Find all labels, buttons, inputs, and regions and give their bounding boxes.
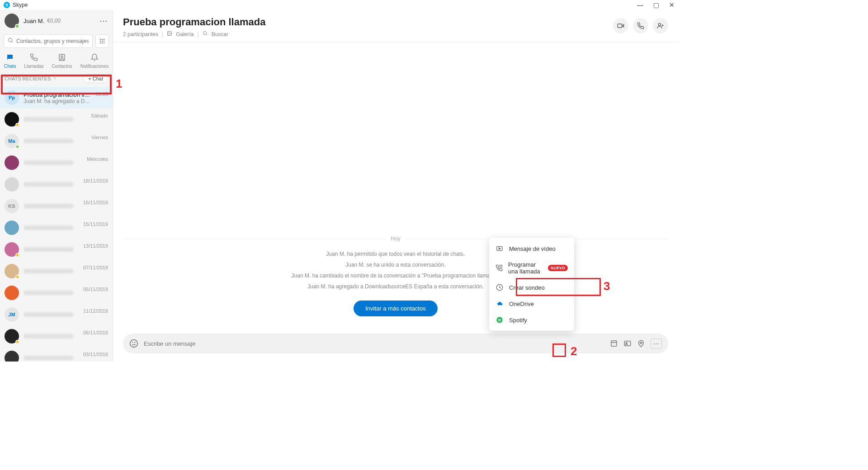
avatar (5, 242, 19, 257)
menu-item-onedrive[interactable]: OneDrive (489, 296, 574, 312)
menu-item-video-msg[interactable]: Mensaje de vídeo (489, 240, 574, 257)
close-icon[interactable]: ✕ (669, 1, 675, 9)
chat-item-time: 07/11/2019 (83, 265, 108, 270)
profile-row[interactable]: Juan M. €0,00 ⋯ (0, 10, 113, 32)
poll-icon (495, 284, 504, 291)
chat-item[interactable]: 13/11/2019 (0, 239, 113, 260)
dialpad-button[interactable] (95, 34, 109, 48)
svg-marker-30 (499, 248, 500, 249)
section-header[interactable]: CHATS RECIENTES (5, 76, 51, 81)
search-icon (8, 38, 14, 45)
message-input[interactable] (144, 340, 604, 347)
new-chat-button[interactable]: + Chat (83, 74, 108, 83)
tab-label: Chats (4, 64, 16, 69)
chat-item[interactable]: 03/11/2018 (0, 347, 113, 362)
chat-item[interactable]: 18/11/2019 (0, 174, 113, 195)
video-msg-icon (495, 245, 504, 252)
chat-item-time: 11/12/2018 (83, 308, 108, 314)
menu-item-spotify[interactable]: Spotify (489, 312, 574, 328)
location-icon[interactable] (637, 339, 645, 348)
chat-list: Pp Prueba programacion llamadaJuan M. ha… (0, 87, 113, 362)
chat-item[interactable]: 07/11/2019 (0, 260, 113, 282)
search-link[interactable]: Buscar (212, 31, 228, 38)
chevron-down-icon[interactable] (52, 76, 57, 81)
avatar: JM (5, 307, 19, 322)
more-icon[interactable]: ⋯ (99, 16, 108, 26)
conversation-area: Hoy Juan M. ha permitido que todos vean … (113, 42, 678, 329)
phone-icon (30, 53, 38, 62)
svg-point-27 (626, 343, 627, 344)
chat-icon (6, 53, 14, 62)
contact-card-icon[interactable] (623, 339, 632, 348)
participants-link[interactable]: 2 participantes (123, 31, 158, 38)
chat-item-time: 11:05 (95, 91, 108, 97)
avatar (5, 112, 19, 127)
date-separator: Hoy (385, 235, 406, 242)
svg-point-5 (100, 41, 101, 42)
audio-call-button[interactable] (633, 18, 648, 33)
chat-item-time: 15/11/2019 (83, 200, 108, 205)
annotation-3: 3 (604, 279, 610, 293)
chat-item-preview: Juan M. ha agregado a Downloa... (24, 98, 91, 104)
svg-point-10 (104, 42, 104, 43)
avatar: KS (5, 199, 19, 213)
svg-point-19 (658, 24, 660, 26)
gallery-link[interactable]: Galería (176, 31, 193, 38)
menu-item-schedule-call[interactable]: Programar una llamadaNUEVO (489, 257, 574, 279)
gallery-icon (167, 31, 172, 38)
tab-contactos[interactable]: Contactos (52, 53, 72, 69)
svg-point-22 (130, 340, 138, 348)
svg-line-16 (206, 34, 207, 36)
maximize-icon[interactable]: ▢ (653, 1, 659, 9)
new-badge: NUEVO (548, 265, 568, 271)
chat-item[interactable]: 05/11/2019 (0, 282, 113, 304)
tab-chats[interactable]: Chats (4, 53, 16, 69)
system-message: Juan M. se ha unido a esta conversación. (123, 262, 668, 268)
tab-llamadas[interactable]: Llamadas (24, 53, 43, 69)
more-attach-icon[interactable]: ⋯ (651, 338, 662, 349)
chat-item[interactable]: Miércoles (0, 152, 113, 174)
search-box[interactable] (4, 34, 93, 48)
chat-item[interactable]: Sábado (0, 108, 113, 130)
annotation-1: 1 (116, 77, 122, 91)
tab-label: Notificaciones (80, 64, 108, 69)
search-input[interactable] (16, 38, 89, 44)
chat-item[interactable]: JM 11/12/2018 (0, 304, 113, 325)
chat-item[interactable]: 15/11/2019 (0, 217, 113, 239)
attach-menu: Mensaje de vídeoProgramar una llamadaNUE… (489, 238, 574, 331)
svg-point-2 (100, 39, 101, 40)
svg-point-23 (132, 342, 133, 343)
svg-point-28 (640, 342, 642, 344)
spotify-icon (495, 316, 504, 324)
profile-credit: €0,00 (47, 18, 61, 24)
chat-item[interactable]: 06/11/2018 (0, 325, 113, 347)
chat-item[interactable]: KS 15/11/2019 (0, 195, 113, 217)
search-icon (203, 31, 208, 38)
emoji-icon[interactable] (129, 339, 138, 348)
video-call-button[interactable] (613, 18, 628, 33)
svg-point-9 (102, 42, 103, 43)
invite-contacts-button[interactable]: Invitar a más contactos (354, 301, 438, 316)
menu-item-label: Programar una llamada (508, 261, 542, 275)
svg-point-31 (500, 265, 502, 267)
avatar (5, 14, 19, 28)
annotation-2: 2 (571, 344, 577, 358)
avatar (5, 177, 19, 192)
add-participant-button[interactable] (653, 18, 668, 33)
menu-item-label: Crear sondeo (509, 284, 545, 291)
chat-item-time: 06/11/2018 (83, 330, 108, 335)
chat-item-time: 03/11/2018 (83, 352, 108, 357)
attach-file-icon[interactable] (610, 339, 618, 348)
chat-item[interactable]: Ma Viernes (0, 130, 113, 152)
skype-logo-icon: S (4, 2, 10, 8)
minimize-icon[interactable]: — (637, 1, 643, 9)
tab-notificaciones[interactable]: Notificaciones (80, 53, 108, 69)
avatar (5, 286, 19, 300)
chat-item-time: Miércoles (87, 156, 108, 162)
chat-item[interactable]: Pp Prueba programacion llamadaJuan M. ha… (0, 87, 113, 108)
svg-rect-17 (618, 24, 622, 28)
avatar (5, 351, 19, 362)
profile-name: Juan M. (24, 18, 44, 24)
menu-item-poll[interactable]: Crear sondeo (489, 279, 574, 296)
chat-item-time: 13/11/2019 (83, 243, 108, 249)
